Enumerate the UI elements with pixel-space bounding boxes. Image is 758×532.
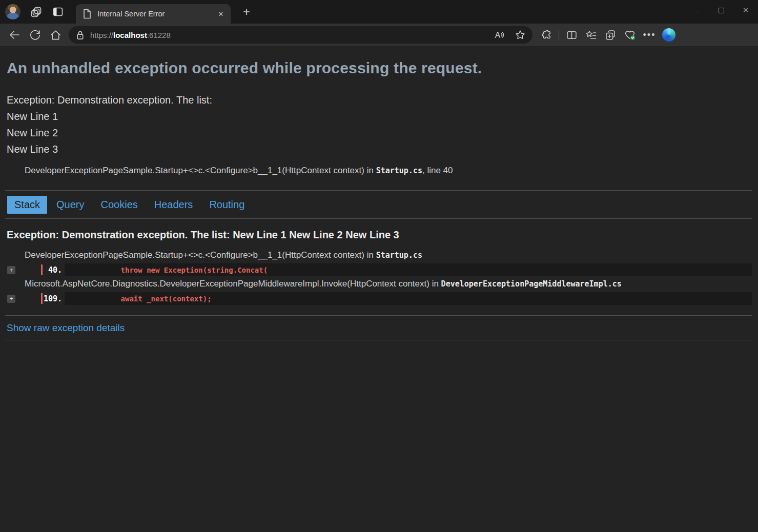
split-screen-icon[interactable] xyxy=(562,26,581,44)
url-text: https://localhost:61228 xyxy=(90,31,489,39)
expand-context-button[interactable]: + xyxy=(7,295,15,303)
tab-cookies[interactable]: Cookies xyxy=(94,196,145,214)
toolbar-icon-cluster: ••• xyxy=(537,26,679,44)
workspaces-icon[interactable] xyxy=(26,3,47,21)
add-tab-to-collection-icon[interactable] xyxy=(601,26,620,44)
exception-line: New Line 2 xyxy=(7,125,752,141)
url-scheme: https:// xyxy=(90,31,113,39)
profile-avatar[interactable] xyxy=(5,4,21,19)
svg-text:A: A xyxy=(495,31,501,39)
favorites-star-icon[interactable] xyxy=(510,27,530,43)
collections-icon[interactable] xyxy=(581,26,601,44)
minimize-button[interactable]: – xyxy=(684,0,709,21)
source-file-name: Startup.cs xyxy=(376,166,422,175)
source-file-name: Startup.cs xyxy=(376,251,422,260)
browser-essentials-icon[interactable] xyxy=(620,26,640,44)
exception-message: Exception: Demonstration exception. The … xyxy=(7,92,752,108)
copilot-icon[interactable] xyxy=(659,26,679,44)
divider xyxy=(5,218,752,219)
top-stack-frame: DeveloperExceptionPageSample.Startup+<>c… xyxy=(0,166,758,176)
stack-frame-code-row: + 109. await _next(context); xyxy=(0,292,758,305)
source-file-name: DeveloperExceptionPageMiddlewareImpl.cs xyxy=(441,279,622,289)
extensions-icon[interactable] xyxy=(537,26,556,44)
line-number: 109. xyxy=(43,294,65,303)
maximize-icon xyxy=(719,8,724,13)
page-title: An unhandled exception occurred while pr… xyxy=(7,59,752,77)
browser-toolbar: https://localhost:61228 A xyxy=(0,24,758,46)
toolbar-divider xyxy=(559,30,559,40)
read-aloud-icon[interactable]: A xyxy=(489,27,510,43)
browser-window: Internal Server Error ✕ + – ✕ xyxy=(0,0,758,532)
back-button[interactable] xyxy=(4,26,25,44)
stack-frame-code-row: + 40. throw new Exception(string.Concat( xyxy=(0,263,758,276)
new-tab-button[interactable]: + xyxy=(238,3,255,21)
tab-query[interactable]: Query xyxy=(49,196,91,214)
tab-strip: Internal Server Error ✕ + – ✕ xyxy=(0,0,758,24)
exception-line: New Line 1 xyxy=(7,108,752,125)
tab-routing[interactable]: Routing xyxy=(202,196,252,214)
source-code-line: throw new Exception(string.Concat( xyxy=(65,263,752,276)
tab-headers[interactable]: Headers xyxy=(147,196,200,214)
tab-actions-icon[interactable] xyxy=(47,3,69,21)
detail-tabs: Stack Query Cookies Headers Routing xyxy=(0,191,758,218)
more-options-icon[interactable]: ••• xyxy=(640,26,659,44)
divider xyxy=(5,340,752,340)
tab-title: Internal Server Error xyxy=(97,10,215,18)
exception-summary: Exception: Demonstration exception. The … xyxy=(7,92,752,157)
divider xyxy=(5,315,752,316)
stack-frame-header: DeveloperExceptionPageSample.Startup+<>c… xyxy=(0,250,758,263)
close-window-button[interactable]: ✕ xyxy=(733,0,758,21)
tab-stack[interactable]: Stack xyxy=(7,196,47,214)
url-host: localhost xyxy=(113,31,147,39)
home-button[interactable] xyxy=(45,26,66,44)
url-port: :61228 xyxy=(147,31,171,39)
window-controls: – ✕ xyxy=(684,0,758,21)
address-bar[interactable]: https://localhost:61228 A xyxy=(69,26,532,44)
refresh-button[interactable] xyxy=(25,26,45,44)
expand-context-button[interactable]: + xyxy=(7,266,15,274)
page-favicon-icon xyxy=(82,8,92,19)
source-code-line: await _next(context); xyxy=(65,292,752,305)
exception-line: New Line 3 xyxy=(7,141,752,157)
line-number: 40. xyxy=(43,265,65,275)
stack-section-title: Exception: Demonstration exception. The … xyxy=(7,229,751,241)
stack-frame-header: Microsoft.AspNetCore.Diagnostics.Develop… xyxy=(0,279,758,292)
tab-close-icon[interactable]: ✕ xyxy=(215,8,227,19)
browser-tab[interactable]: Internal Server Error ✕ xyxy=(76,4,231,24)
show-raw-exception-link[interactable]: Show raw exception details xyxy=(7,322,125,334)
maximize-button[interactable] xyxy=(709,0,733,21)
site-lock-icon[interactable] xyxy=(75,30,85,40)
error-page: An unhandled exception occurred while pr… xyxy=(0,46,758,532)
